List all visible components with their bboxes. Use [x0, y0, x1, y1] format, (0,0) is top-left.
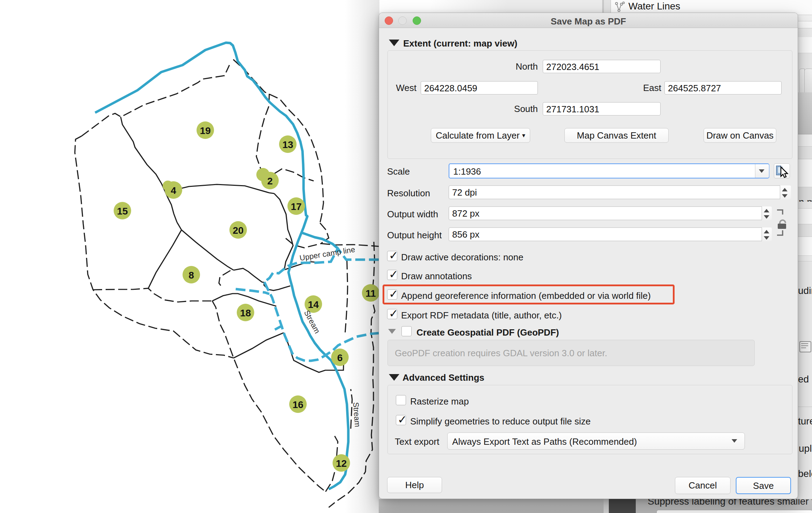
svg-text:8: 8	[188, 270, 194, 281]
svg-text:17: 17	[291, 201, 301, 212]
svg-text:6: 6	[337, 352, 343, 363]
svg-text:19: 19	[200, 125, 211, 136]
svg-text:16: 16	[292, 399, 303, 410]
svg-text:18: 18	[240, 308, 251, 318]
svg-text:13: 13	[282, 139, 293, 150]
svg-text:14: 14	[308, 299, 319, 310]
svg-text:20: 20	[233, 225, 243, 236]
svg-text:2: 2	[267, 176, 273, 187]
svg-text:15: 15	[117, 206, 128, 217]
svg-text:4: 4	[171, 185, 176, 196]
